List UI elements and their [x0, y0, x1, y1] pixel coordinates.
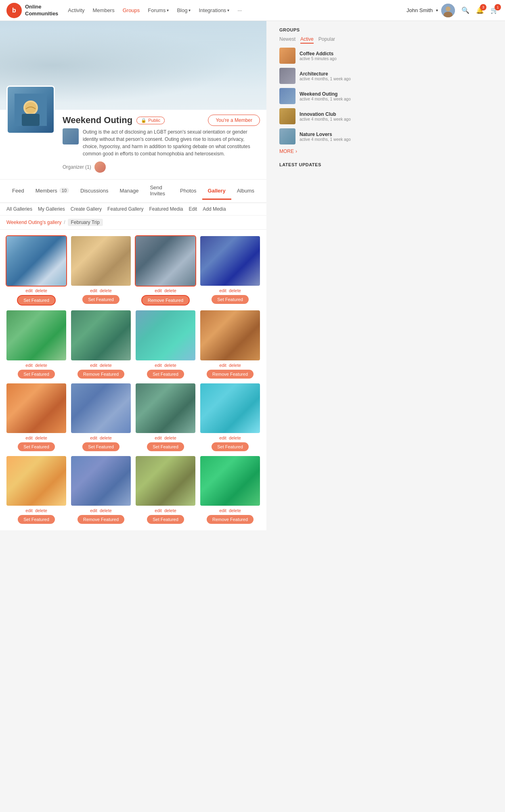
media-thumbnail[interactable] — [71, 236, 131, 286]
delete-link[interactable]: delete — [164, 363, 176, 368]
nav-blog[interactable]: Blog ▾ — [177, 7, 191, 13]
delete-link[interactable]: delete — [229, 288, 241, 293]
edit-link[interactable]: edit — [219, 288, 226, 293]
edit-link[interactable]: edit — [155, 435, 162, 440]
gallery-nav-all[interactable]: All Galleries — [6, 206, 32, 212]
media-thumbnail[interactable] — [71, 456, 131, 506]
remove-featured-button[interactable]: Remove Featured — [78, 515, 124, 524]
delete-link[interactable]: delete — [35, 288, 47, 293]
set-featured-button[interactable]: Set Featured — [18, 442, 55, 451]
media-thumbnail[interactable] — [136, 310, 195, 360]
nav-forums[interactable]: Forums ▾ — [148, 7, 169, 13]
media-thumbnail[interactable] — [6, 236, 66, 286]
edit-link[interactable]: edit — [90, 435, 97, 440]
gallery-nav-create[interactable]: Create Gallery — [71, 206, 102, 212]
tab-photos[interactable]: Photos — [174, 183, 202, 200]
tab-members[interactable]: Members 10 — [30, 183, 75, 200]
media-thumbnail[interactable] — [200, 383, 260, 433]
media-thumbnail[interactable] — [136, 236, 195, 286]
set-featured-button[interactable]: Set Featured — [212, 295, 249, 304]
gallery-nav-featured[interactable]: Featured Gallery — [107, 206, 143, 212]
sidebar-group-item[interactable]: Coffee Addicts active 5 minutes ago — [279, 48, 355, 64]
breadcrumb-parent[interactable]: Weekend Outing's gallery — [6, 220, 61, 225]
set-featured-button[interactable]: Set Featured — [147, 370, 184, 379]
set-featured-button[interactable]: Set Featured — [82, 295, 119, 304]
media-thumbnail[interactable] — [6, 383, 66, 433]
tab-gallery[interactable]: Gallery — [202, 183, 231, 200]
tab-send-invites[interactable]: Send Invites — [144, 180, 174, 203]
delete-link[interactable]: delete — [100, 508, 112, 513]
search-button[interactable]: 🔍 — [461, 6, 469, 14]
nav-more[interactable]: ··· — [237, 7, 242, 13]
sidebar-tab-popular[interactable]: Popular — [319, 36, 335, 44]
tab-manage[interactable]: Manage — [114, 183, 144, 200]
remove-featured-button[interactable]: Remove Featured — [207, 370, 254, 379]
media-thumbnail[interactable] — [6, 310, 66, 360]
sidebar-group-item[interactable]: Nature Lovers active 4 months, 1 week ag… — [279, 128, 355, 144]
delete-link[interactable]: delete — [35, 435, 47, 440]
logo-area[interactable]: b OnlineCommunities — [6, 3, 58, 18]
media-thumbnail[interactable] — [136, 456, 195, 506]
delete-link[interactable]: delete — [100, 288, 112, 293]
tab-discussions[interactable]: Discussions — [75, 183, 114, 200]
gallery-nav-featured-media[interactable]: Featured Media — [149, 206, 183, 212]
tab-feed[interactable]: Feed — [6, 183, 30, 200]
edit-link[interactable]: edit — [219, 508, 226, 513]
delete-link[interactable]: delete — [35, 363, 47, 368]
media-thumbnail[interactable] — [200, 456, 260, 506]
organizer-avatar[interactable] — [94, 161, 106, 173]
delete-link[interactable]: delete — [164, 508, 176, 513]
gallery-nav-edit[interactable]: Edit — [189, 206, 197, 212]
nav-members[interactable]: Members — [93, 7, 115, 13]
media-thumbnail[interactable] — [71, 383, 131, 433]
delete-link[interactable]: delete — [164, 288, 176, 293]
delete-link[interactable]: delete — [35, 508, 47, 513]
tab-albums[interactable]: Albums — [231, 183, 260, 200]
nav-activity[interactable]: Activity — [68, 7, 84, 13]
media-thumbnail[interactable] — [136, 383, 195, 433]
sidebar-group-item[interactable]: Innovation Club active 4 months, 1 week … — [279, 108, 355, 124]
nav-integrations[interactable]: Integrations ▾ — [199, 7, 229, 13]
media-thumbnail[interactable] — [200, 310, 260, 360]
media-thumbnail[interactable] — [71, 310, 131, 360]
edit-link[interactable]: edit — [219, 435, 226, 440]
edit-link[interactable]: edit — [90, 508, 97, 513]
sidebar-group-item[interactable]: Architecture active 4 months, 1 week ago — [279, 68, 355, 84]
set-featured-button[interactable]: Set Featured — [18, 370, 55, 379]
set-featured-button[interactable]: Set Featured — [147, 442, 184, 451]
delete-link[interactable]: delete — [229, 435, 241, 440]
set-featured-button[interactable]: Set Featured — [18, 515, 55, 524]
delete-link[interactable]: delete — [100, 363, 112, 368]
gallery-nav-add-media[interactable]: Add Media — [203, 206, 226, 212]
set-featured-button[interactable]: Set Featured — [212, 442, 249, 451]
cart-button[interactable]: 🛒 1 — [490, 6, 499, 14]
remove-featured-button[interactable]: Remove Featured — [78, 370, 124, 379]
set-featured-button[interactable]: Set Featured — [17, 295, 56, 306]
set-featured-button[interactable]: Set Featured — [82, 442, 119, 451]
edit-link[interactable]: edit — [155, 288, 162, 293]
delete-link[interactable]: delete — [229, 508, 241, 513]
delete-link[interactable]: delete — [100, 435, 112, 440]
user-menu[interactable]: John Smith ▾ — [407, 4, 455, 17]
sidebar-tab-newest[interactable]: Newest — [279, 36, 295, 44]
media-thumbnail[interactable] — [6, 456, 66, 506]
sidebar-more-link[interactable]: MORE › — [279, 149, 355, 154]
member-button[interactable]: You're a Member — [208, 115, 260, 126]
delete-link[interactable]: delete — [164, 435, 176, 440]
edit-link[interactable]: edit — [25, 363, 33, 368]
gallery-nav-my[interactable]: My Galleries — [38, 206, 65, 212]
edit-link[interactable]: edit — [25, 508, 33, 513]
sidebar-group-item[interactable]: Weekend Outing active 4 months, 1 week a… — [279, 88, 355, 104]
edit-link[interactable]: edit — [90, 288, 97, 293]
delete-link[interactable]: delete — [229, 363, 241, 368]
media-thumbnail[interactable] — [200, 236, 260, 286]
edit-link[interactable]: edit — [25, 288, 33, 293]
remove-featured-button[interactable]: Remove Featured — [207, 515, 254, 524]
set-featured-button[interactable]: Set Featured — [147, 515, 184, 524]
edit-link[interactable]: edit — [219, 363, 226, 368]
sidebar-tab-active[interactable]: Active — [300, 36, 314, 44]
remove-featured-button[interactable]: Remove Featured — [141, 295, 190, 306]
notifications-button[interactable]: 🔔 3 — [476, 6, 484, 14]
nav-groups[interactable]: Groups — [123, 7, 140, 13]
edit-link[interactable]: edit — [155, 508, 162, 513]
